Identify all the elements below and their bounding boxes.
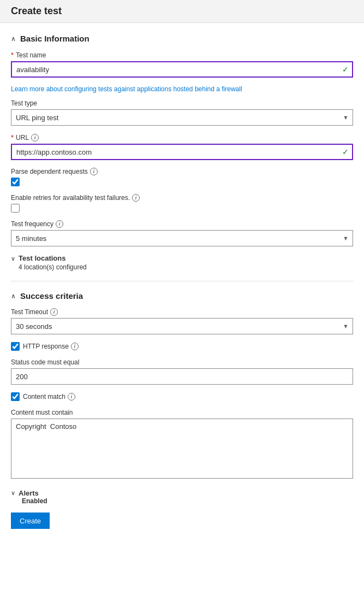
content-match-checkbox[interactable] (11, 392, 20, 401)
status-code-group: Status code must equal (11, 358, 353, 385)
enable-retries-group: Enable retries for availability test fai… (11, 194, 353, 213)
top-bar: Create test (0, 0, 364, 23)
test-locations-header[interactable]: ∨ Test locations 4 location(s) configure… (11, 254, 353, 271)
page-title: Create test (11, 5, 353, 17)
test-frequency-select[interactable]: 1 minute 5 minutes 10 minutes 15 minutes (11, 230, 353, 246)
parse-dependent-info-icon[interactable]: i (90, 168, 98, 175)
enable-retries-checkbox-row (11, 204, 353, 213)
alerts-title: Alerts (19, 489, 39, 497)
url-input-wrapper: ✓ (11, 144, 353, 160)
test-type-select-wrapper: URL ping test Multi-step web test Custom… (11, 109, 353, 126)
http-response-info-icon[interactable]: i (71, 343, 79, 350)
test-timeout-group: Test Timeout i 30 seconds 60 seconds 90 … (11, 308, 353, 334)
content-match-info-icon[interactable]: i (68, 393, 75, 400)
content-match-label: Content match i (23, 393, 75, 400)
test-timeout-info-icon[interactable]: i (50, 308, 58, 316)
firewall-link[interactable]: Learn more about configuring tests again… (11, 85, 353, 93)
success-criteria-section-header[interactable]: ∧ Success criteria (11, 291, 353, 301)
test-name-valid-icon: ✓ (342, 65, 349, 74)
parse-dependent-checkbox[interactable] (11, 178, 20, 186)
content-must-contain-group: Content must contain Copyright Contoso (11, 409, 353, 480)
basic-info-chevron-icon[interactable]: ∧ (11, 35, 16, 43)
url-required-star: * (11, 133, 14, 142)
url-group: * URL i ✓ (11, 133, 353, 160)
create-button[interactable]: Create (11, 513, 50, 529)
content-area: ∧ Basic Information * Test name ✓ Learn … (0, 23, 364, 538)
test-type-select[interactable]: URL ping test Multi-step web test Custom… (11, 109, 353, 126)
test-name-input[interactable] (11, 61, 353, 78)
test-timeout-label: Test Timeout i (11, 308, 353, 316)
url-valid-icon: ✓ (342, 148, 349, 156)
http-response-label: HTTP response i (23, 343, 79, 350)
test-name-input-wrapper: ✓ (11, 61, 353, 78)
content-match-checkbox-row: Content match i (11, 392, 353, 401)
page-container: Create test ∧ Basic Information * Test n… (0, 0, 364, 538)
http-response-group: HTTP response i (11, 342, 353, 351)
test-locations-content: Test locations 4 location(s) configured (19, 254, 353, 271)
content-must-contain-textarea[interactable]: Copyright Contoso (11, 419, 353, 479)
content-must-contain-label: Content must contain (11, 409, 353, 416)
parse-dependent-group: Parse dependent requests i (11, 168, 353, 186)
basic-info-section-header[interactable]: ∧ Basic Information (11, 34, 353, 43)
alerts-section: ∨ Alerts Enabled (11, 489, 353, 505)
test-locations-chevron-icon[interactable]: ∨ (11, 255, 15, 262)
alerts-status: Enabled (22, 497, 353, 505)
test-frequency-label: Test frequency i (11, 220, 353, 228)
test-locations-title: Test locations (19, 254, 353, 262)
enable-retries-info-icon[interactable]: i (132, 194, 140, 202)
test-type-label: Test type (11, 99, 353, 107)
url-label: * URL i (11, 133, 353, 142)
test-locations-subtitle: 4 location(s) configured (19, 263, 353, 271)
success-criteria-section-title: Success criteria (20, 291, 83, 301)
url-info-icon[interactable]: i (31, 134, 39, 142)
http-response-checkbox[interactable] (11, 342, 20, 351)
success-criteria-chevron-icon[interactable]: ∧ (11, 292, 16, 300)
test-type-group: Test type URL ping test Multi-step web t… (11, 99, 353, 126)
test-frequency-group: Test frequency i 1 minute 5 minutes 10 m… (11, 220, 353, 246)
test-name-group: * Test name ✓ (11, 51, 353, 78)
test-frequency-select-wrapper: 1 minute 5 minutes 10 minutes 15 minutes… (11, 230, 353, 246)
basic-info-section-title: Basic Information (20, 34, 89, 43)
parse-dependent-checkbox-row (11, 178, 353, 186)
alerts-chevron-icon[interactable]: ∨ (11, 490, 15, 497)
status-code-label: Status code must equal (11, 358, 353, 366)
alerts-header[interactable]: ∨ Alerts (11, 489, 353, 497)
enable-retries-checkbox[interactable] (11, 204, 20, 213)
url-input[interactable] (11, 144, 353, 160)
status-code-input[interactable] (11, 368, 353, 385)
content-match-group: Content match i (11, 392, 353, 401)
http-response-checkbox-row: HTTP response i (11, 342, 353, 351)
test-timeout-select-wrapper: 30 seconds 60 seconds 90 seconds 120 sec… (11, 318, 353, 334)
enable-retries-label: Enable retries for availability test fai… (11, 194, 353, 202)
required-star: * (11, 51, 14, 59)
parse-dependent-label: Parse dependent requests i (11, 168, 353, 175)
test-name-label: * Test name (11, 51, 353, 59)
test-timeout-select[interactable]: 30 seconds 60 seconds 90 seconds 120 sec… (11, 318, 353, 334)
test-frequency-info-icon[interactable]: i (56, 220, 63, 228)
section-divider (11, 281, 353, 281)
